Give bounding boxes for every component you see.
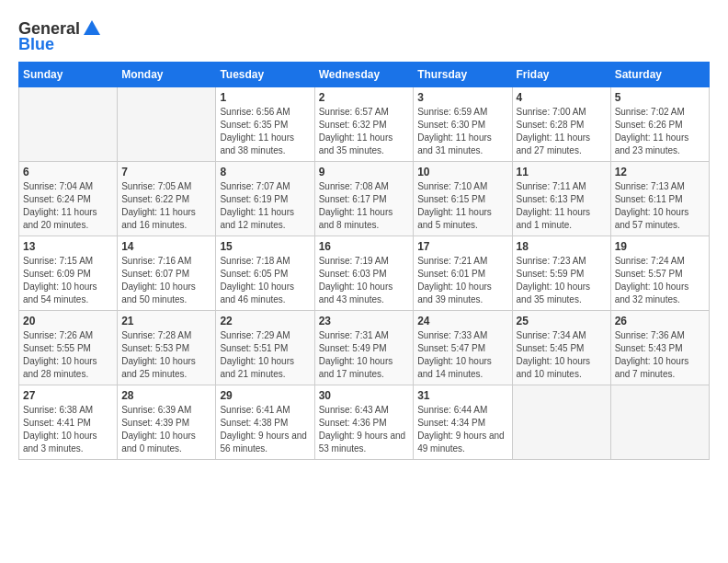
col-header-sunday: Sunday (19, 63, 118, 87)
day-info: Sunrise: 7:34 AMSunset: 5:45 PMDaylight:… (517, 330, 591, 379)
calendar-cell (512, 385, 610, 460)
day-info: Sunrise: 7:11 AMSunset: 6:13 PMDaylight:… (517, 181, 591, 230)
week-row-1: 1 Sunrise: 6:56 AMSunset: 6:35 PMDayligh… (19, 87, 710, 162)
day-info: Sunrise: 7:02 AMSunset: 6:26 PMDaylight:… (615, 107, 689, 155)
day-number: 31 (417, 389, 507, 402)
day-info: Sunrise: 6:41 AMSunset: 4:38 PMDaylight:… (220, 405, 307, 454)
day-number: 8 (220, 166, 310, 178)
day-number: 25 (517, 315, 607, 327)
week-row-2: 6 Sunrise: 7:04 AMSunset: 6:24 PMDayligh… (19, 162, 710, 236)
day-info: Sunrise: 7:00 AMSunset: 6:28 PMDaylight:… (517, 107, 591, 155)
calendar-cell: 5 Sunrise: 7:02 AMSunset: 6:26 PMDayligh… (610, 87, 709, 162)
day-number: 13 (23, 240, 113, 253)
calendar-cell: 18 Sunrise: 7:23 AMSunset: 5:59 PMDaylig… (512, 236, 610, 311)
calendar-cell: 28 Sunrise: 6:39 AMSunset: 4:39 PMDaylig… (118, 385, 216, 460)
day-info: Sunrise: 7:36 AMSunset: 5:43 PMDaylight:… (615, 330, 689, 379)
day-number: 14 (121, 240, 211, 253)
calendar-cell: 23 Sunrise: 7:31 AMSunset: 5:49 PMDaylig… (314, 311, 414, 385)
calendar-cell: 19 Sunrise: 7:24 AMSunset: 5:57 PMDaylig… (610, 236, 709, 311)
day-number: 20 (23, 315, 113, 327)
day-number: 5 (615, 91, 705, 104)
day-info: Sunrise: 7:05 AMSunset: 6:22 PMDaylight:… (121, 181, 196, 230)
day-info: Sunrise: 7:29 AMSunset: 5:51 PMDaylight:… (220, 330, 294, 379)
day-number: 24 (417, 315, 507, 327)
week-row-4: 20 Sunrise: 7:26 AMSunset: 5:55 PMDaylig… (19, 311, 710, 385)
col-header-thursday: Thursday (414, 63, 512, 87)
calendar-cell: 26 Sunrise: 7:36 AMSunset: 5:43 PMDaylig… (610, 311, 709, 385)
col-header-saturday: Saturday (610, 63, 709, 87)
day-info: Sunrise: 7:33 AMSunset: 5:47 PMDaylight:… (417, 330, 492, 379)
day-info: Sunrise: 7:08 AMSunset: 6:17 PMDaylight:… (319, 181, 393, 230)
day-number: 6 (23, 166, 113, 178)
calendar-cell: 25 Sunrise: 7:34 AMSunset: 5:45 PMDaylig… (512, 311, 610, 385)
calendar-cell (610, 385, 709, 460)
day-info: Sunrise: 6:43 AMSunset: 4:36 PMDaylight:… (319, 405, 406, 454)
day-number: 19 (615, 240, 705, 253)
day-info: Sunrise: 7:23 AMSunset: 5:59 PMDaylight:… (517, 256, 591, 304)
day-number: 2 (319, 91, 410, 104)
day-info: Sunrise: 7:04 AMSunset: 6:24 PMDaylight:… (23, 181, 97, 230)
calendar-cell: 13 Sunrise: 7:15 AMSunset: 6:09 PMDaylig… (19, 236, 118, 311)
day-info: Sunrise: 6:44 AMSunset: 4:34 PMDaylight:… (417, 405, 505, 454)
day-number: 4 (517, 91, 607, 104)
svg-marker-0 (84, 20, 100, 35)
day-info: Sunrise: 7:18 AMSunset: 6:05 PMDaylight:… (220, 256, 294, 304)
day-info: Sunrise: 7:26 AMSunset: 5:55 PMDaylight:… (23, 330, 97, 379)
day-info: Sunrise: 7:19 AMSunset: 6:03 PMDaylight:… (319, 256, 393, 304)
day-number: 7 (121, 166, 211, 178)
day-number: 12 (615, 166, 705, 178)
day-number: 1 (220, 91, 310, 104)
calendar-cell: 9 Sunrise: 7:08 AMSunset: 6:17 PMDayligh… (314, 162, 414, 236)
calendar-cell: 24 Sunrise: 7:33 AMSunset: 5:47 PMDaylig… (414, 311, 512, 385)
day-info: Sunrise: 7:16 AMSunset: 6:07 PMDaylight:… (121, 256, 196, 304)
day-number: 27 (23, 389, 113, 402)
calendar-cell: 20 Sunrise: 7:26 AMSunset: 5:55 PMDaylig… (19, 311, 118, 385)
day-info: Sunrise: 7:13 AMSunset: 6:11 PMDaylight:… (615, 181, 689, 230)
calendar-cell: 30 Sunrise: 6:43 AMSunset: 4:36 PMDaylig… (314, 385, 414, 460)
logo-blue-text: Blue (18, 35, 54, 54)
calendar-cell: 11 Sunrise: 7:11 AMSunset: 6:13 PMDaylig… (512, 162, 610, 236)
calendar-cell: 31 Sunrise: 6:44 AMSunset: 4:34 PMDaylig… (414, 385, 512, 460)
calendar-cell: 3 Sunrise: 6:59 AMSunset: 6:30 PMDayligh… (414, 87, 512, 162)
day-number: 28 (121, 389, 211, 402)
calendar-table: SundayMondayTuesdayWednesdayThursdayFrid… (18, 62, 710, 460)
day-number: 30 (319, 389, 410, 402)
day-info: Sunrise: 7:10 AMSunset: 6:15 PMDaylight:… (417, 181, 492, 230)
day-number: 17 (417, 240, 507, 253)
day-info: Sunrise: 7:28 AMSunset: 5:53 PMDaylight:… (121, 330, 196, 379)
calendar-cell: 15 Sunrise: 7:18 AMSunset: 6:05 PMDaylig… (216, 236, 314, 311)
calendar-cell: 14 Sunrise: 7:16 AMSunset: 6:07 PMDaylig… (118, 236, 216, 311)
col-header-tuesday: Tuesday (216, 63, 314, 87)
calendar-cell: 27 Sunrise: 6:38 AMSunset: 4:41 PMDaylig… (19, 385, 118, 460)
calendar-cell: 2 Sunrise: 6:57 AMSunset: 6:32 PMDayligh… (314, 87, 414, 162)
calendar-cell: 1 Sunrise: 6:56 AMSunset: 6:35 PMDayligh… (216, 87, 314, 162)
day-number: 16 (319, 240, 410, 253)
day-info: Sunrise: 7:24 AMSunset: 5:57 PMDaylight:… (615, 256, 689, 304)
day-info: Sunrise: 7:07 AMSunset: 6:19 PMDaylight:… (220, 181, 294, 230)
calendar-cell (118, 87, 216, 162)
week-row-5: 27 Sunrise: 6:38 AMSunset: 4:41 PMDaylig… (19, 385, 710, 460)
calendar-cell: 4 Sunrise: 7:00 AMSunset: 6:28 PMDayligh… (512, 87, 610, 162)
day-number: 29 (220, 389, 310, 402)
day-number: 18 (517, 240, 607, 253)
day-info: Sunrise: 6:39 AMSunset: 4:39 PMDaylight:… (121, 405, 196, 454)
calendar-cell: 6 Sunrise: 7:04 AMSunset: 6:24 PMDayligh… (19, 162, 118, 236)
day-number: 26 (615, 315, 705, 327)
calendar-cell: 12 Sunrise: 7:13 AMSunset: 6:11 PMDaylig… (610, 162, 709, 236)
logo-icon (82, 18, 102, 39)
day-info: Sunrise: 6:57 AMSunset: 6:32 PMDaylight:… (319, 107, 393, 155)
calendar-cell: 22 Sunrise: 7:29 AMSunset: 5:51 PMDaylig… (216, 311, 314, 385)
day-number: 23 (319, 315, 410, 327)
day-info: Sunrise: 7:15 AMSunset: 6:09 PMDaylight:… (23, 256, 97, 304)
day-info: Sunrise: 7:31 AMSunset: 5:49 PMDaylight:… (319, 330, 393, 379)
day-info: Sunrise: 6:56 AMSunset: 6:35 PMDaylight:… (220, 107, 294, 155)
day-info: Sunrise: 6:59 AMSunset: 6:30 PMDaylight:… (417, 107, 492, 155)
day-number: 11 (517, 166, 607, 178)
logo: General Blue (18, 18, 102, 54)
day-number: 10 (417, 166, 507, 178)
day-info: Sunrise: 7:21 AMSunset: 6:01 PMDaylight:… (417, 256, 492, 304)
day-number: 22 (220, 315, 310, 327)
calendar-cell: 7 Sunrise: 7:05 AMSunset: 6:22 PMDayligh… (118, 162, 216, 236)
col-header-wednesday: Wednesday (314, 63, 414, 87)
calendar-cell: 21 Sunrise: 7:28 AMSunset: 5:53 PMDaylig… (118, 311, 216, 385)
